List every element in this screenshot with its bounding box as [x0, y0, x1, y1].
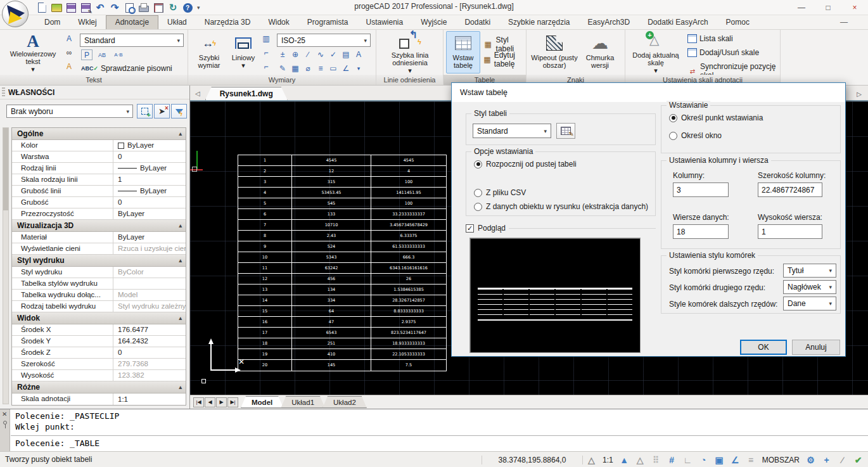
find-text-icon[interactable]: A [63, 33, 75, 44]
save-as-icon[interactable] [79, 2, 92, 14]
doc-tab-prev-icon[interactable]: ◁ [195, 90, 200, 97]
property-value[interactable]: 0 [113, 347, 186, 358]
collapse-caret-icon[interactable]: ▴ [179, 128, 182, 139]
refresh-icon[interactable] [167, 2, 179, 14]
add-current-scale-button[interactable]: + Dodaj aktualną skalę▾ [628, 31, 684, 74]
menu-tab-dodatki-easyarch[interactable]: Dodatki EasyArch [639, 16, 717, 29]
section-header-wizualizacja-3d[interactable]: Wizualizacja 3D▴ [12, 220, 186, 232]
qat-more-icon[interactable]: ▾ [197, 4, 200, 11]
dim-jog-icon[interactable]: ∿ [315, 49, 326, 60]
property-value[interactable] [113, 278, 186, 289]
add-quick-icon[interactable]: + [819, 453, 834, 466]
insert-table-button[interactable]: Wstaw tabelę [446, 31, 480, 74]
first-row-style-combo[interactable]: Tytuł▾ [783, 264, 836, 278]
property-value[interactable]: Model [113, 290, 186, 300]
coordinates-display[interactable]: 38.3748,195.8864,0 [482, 456, 583, 464]
menu-tab-szybkie-narz-dzia[interactable]: Szybkie narzędzia [499, 16, 578, 29]
dim-center-icon[interactable]: ⊕ [290, 49, 301, 60]
section-header-widok[interactable]: Widok▴ [12, 312, 186, 324]
dim-style-edit-icon[interactable]: ▦ [290, 63, 301, 74]
panel-expand-icon[interactable]: ▷ [857, 91, 862, 98]
dim-style-icon[interactable]: ▥ [260, 33, 272, 44]
new-file-icon[interactable] [35, 2, 48, 14]
collapse-caret-icon[interactable]: ▴ [179, 312, 182, 324]
dialog-title-bar[interactable]: Wstaw tabelę [452, 83, 845, 102]
section-header-r-ne[interactable]: Różne▴ [12, 381, 186, 393]
layout-next-icon[interactable]: ▶ [216, 397, 227, 407]
etrack-icon[interactable]: ∠ [728, 453, 743, 466]
modify-icon[interactable]: ∕ [835, 453, 850, 466]
property-value[interactable]: ByColor [113, 267, 186, 278]
dim-align-text-icon[interactable]: A [353, 49, 364, 60]
menu-tab-widok[interactable]: Widok [259, 16, 298, 29]
menu-tab-ustawienia[interactable]: Ustawienia [357, 16, 412, 29]
spellcheck-button[interactable]: ABC✓ Sprawdzanie pisowni [81, 64, 172, 73]
linear-dimension-button[interactable]: Liniowy▾ [229, 31, 258, 74]
data-rows-input[interactable] [673, 224, 729, 239]
snap-icon[interactable]: ⠿ [649, 453, 663, 466]
wipeout-button[interactable]: Wipeout (pusty obszar) [530, 31, 578, 74]
collapse-caret-icon[interactable]: ▴ [179, 381, 182, 393]
dim-break-icon[interactable]: ⌀ [302, 63, 314, 74]
menu-tab-dom[interactable]: Dom [35, 16, 69, 29]
settings-gear-icon[interactable]: ⚙ [803, 453, 818, 466]
dim-edit-icon[interactable]: ✎ [277, 63, 288, 74]
cancel-button[interactable]: Anuluj [792, 340, 840, 355]
menu-tab-adnotacje[interactable]: Adnotacje [106, 15, 158, 29]
property-value[interactable]: 164.2432 [113, 336, 186, 347]
table-edit-button[interactable]: ▦ Edytuj tabelę [483, 51, 526, 68]
section-header-styl-wydruku[interactable]: Styl wydruku▴ [12, 255, 186, 267]
dim-ordinate-icon[interactable]: ⌐ [260, 61, 272, 72]
scrollbar-thumb[interactable] [3, 128, 8, 210]
preview-checkbox[interactable]: ✓ Podgląd [466, 224, 506, 233]
menu-tab-programista[interactable]: Programista [298, 16, 357, 29]
save-icon[interactable] [65, 2, 77, 14]
dropdown-caret[interactable]: ▾ [353, 63, 364, 74]
menu-tab-dodatki[interactable]: Dodatki [456, 16, 499, 29]
dialog-table-style-combo[interactable]: Standard▾ [473, 124, 551, 138]
property-value[interactable]: 1 [113, 174, 186, 185]
dim-reassociate-icon[interactable]: ▭ [328, 63, 339, 74]
property-value[interactable]: 0 [113, 197, 186, 208]
add-remove-scale-button[interactable]: Dodaj/Usuń skale [687, 48, 759, 57]
dim-tolerance-icon[interactable]: ± [277, 49, 288, 60]
layout-tab-model[interactable]: Model [241, 396, 283, 408]
second-row-style-combo[interactable]: Nagłówek▾ [783, 280, 836, 294]
property-value[interactable]: ByLayer [113, 140, 186, 151]
binoculars-icon[interactable]: ∞ [63, 47, 75, 58]
dim-update-icon[interactable]: ▤ [340, 49, 352, 60]
menu-tab-easyarch3d[interactable]: EasyArch3D [579, 16, 639, 29]
deselect-button[interactable]: ➤ [154, 104, 170, 118]
select-objects-button[interactable] [137, 104, 153, 118]
properties-scrollbar[interactable] [3, 127, 9, 404]
revision-cloud-button[interactable]: ☁ Chmurka wersji [580, 31, 620, 74]
paragraph-text-icon[interactable]: P [81, 49, 93, 60]
text-spacing-icon[interactable]: A·B [113, 49, 124, 60]
print-icon[interactable] [137, 2, 150, 14]
layout-tab-układ1[interactable]: Układ1 [281, 396, 325, 408]
property-value[interactable]: ByLayer [113, 163, 186, 174]
property-value[interactable]: Styl wydruku zależny od... [113, 301, 186, 312]
row-height-input[interactable] [758, 224, 822, 239]
grid-icon[interactable]: # [665, 453, 679, 466]
dim-style-combo[interactable]: ISO-25▾ [277, 34, 371, 47]
annotation-scale-icon[interactable]: △ [584, 453, 599, 466]
annotation-scale-value[interactable]: 1:1 [600, 456, 616, 464]
quick-dimension-button[interactable]: ↔ϟ Szybki wymiar [191, 31, 227, 74]
menu-tab-wyj-cie[interactable]: Wyjście [412, 16, 456, 29]
layout-last-icon[interactable]: ▶| [227, 397, 238, 407]
mtext-button[interactable]: A Wielowierzowy tekst▾ [4, 31, 62, 74]
layout-first-icon[interactable]: |◀ [193, 397, 204, 407]
column-width-input[interactable] [758, 182, 822, 197]
dim-oblique-icon[interactable]: ∕ [302, 49, 314, 60]
lineweight-icon[interactable]: ≡ [744, 453, 758, 466]
radio-option[interactable]: Z pliku CSV [474, 188, 526, 197]
property-value[interactable]: 279.7368 [113, 359, 186, 369]
radio-option[interactable]: Rozpocznij od pustej tabeli [474, 160, 577, 169]
quick-leader-button[interactable]: ϟ Szybka linia odniesienia▾ [380, 31, 440, 74]
radio-option[interactable]: Z danych obiektu w rysunku (ekstrakcja d… [474, 202, 648, 211]
command-line-panel[interactable]: ✕ Polecenie: _PASTECLIP Wklej punkt: Pol… [0, 409, 868, 451]
ortho-icon[interactable]: ∟ [680, 453, 695, 466]
columns-input[interactable] [673, 182, 729, 197]
panel-grip[interactable] [2, 87, 5, 98]
